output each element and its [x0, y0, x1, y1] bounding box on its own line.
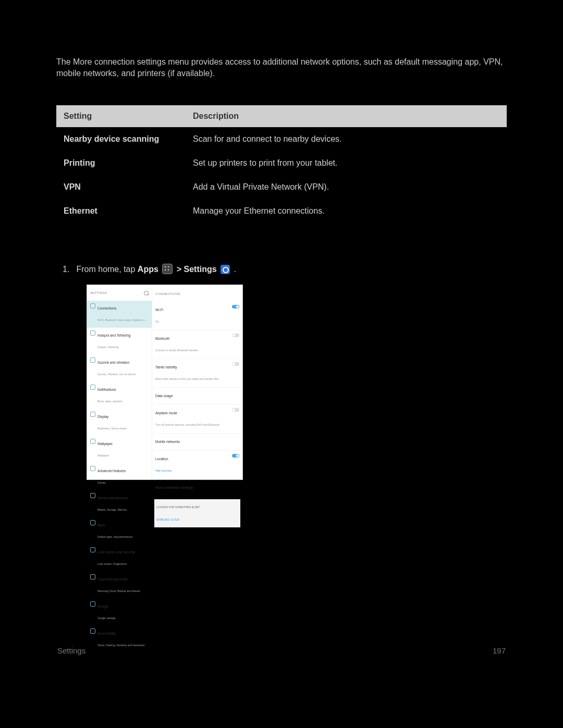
page-footer: Settings 197	[56, 645, 507, 657]
looking-for-link: SAMSUNG CLOUD	[156, 514, 238, 525]
instruction-step: 1. From home, tap Apps > Settings .	[56, 264, 507, 275]
sidebar-item: Lock screen and securityLock screen, Fin…	[87, 545, 152, 572]
shot-content: CONNECTIONS Wi-FiOnBluetoothConnect to n…	[152, 285, 242, 479]
table-header-row: Setting Description	[56, 105, 507, 127]
setting-desc: Scan for and connect to nearby devices.	[186, 127, 507, 151]
sidebar-item-icon	[90, 330, 95, 336]
connection-row: Wi-FiOn	[154, 302, 240, 330]
sidebar-item-icon	[90, 466, 95, 471]
sidebar-item-icon	[90, 547, 95, 552]
step-number: 1.	[63, 264, 74, 275]
step-settings-label: Settings	[184, 265, 217, 274]
sidebar-item: Device maintenanceBattery, Storage, Memo…	[87, 490, 152, 517]
shot-left-title: SETTINGS	[90, 287, 107, 299]
toggle-icon	[232, 362, 239, 366]
sidebar-item-icon	[90, 439, 95, 444]
connection-row: Tablet visibilityAllow other devices to …	[154, 359, 240, 387]
shot-sidebar: SETTINGS ConnectionsWi-Fi, Bluetooth, Da…	[87, 285, 152, 479]
footer-page-number: 197	[493, 645, 506, 657]
toggle-icon	[232, 454, 239, 458]
sidebar-item-icon	[90, 628, 95, 634]
sidebar-item: Sounds and vibrationSounds, Vibration, D…	[87, 355, 152, 382]
sidebar-item: WallpaperWallpaper	[87, 436, 152, 463]
setting-name: Printing	[56, 151, 186, 175]
setting-desc: Add a Virtual Private Network (VPN).	[186, 175, 507, 199]
intro-paragraph: The More connection settings menu provid…	[56, 56, 507, 79]
connection-row: LocationHigh accuracy	[154, 450, 240, 479]
sidebar-item: DisplayBrightness, Home screen	[87, 409, 152, 436]
sidebar-item: Advanced featuresGames	[87, 463, 152, 490]
shot-sidebar-header: SETTINGS	[87, 285, 152, 301]
sidebar-item: GoogleGoogle settings	[87, 599, 152, 626]
sidebar-item-icon	[90, 385, 95, 390]
settings-table: Setting Description Nearby device scanni…	[56, 105, 507, 223]
sidebar-item: Hotspot and TetheringHotspot, Tethering	[87, 328, 152, 355]
sidebar-item: ConnectionsWi-Fi, Bluetooth, Data usage,…	[87, 301, 152, 328]
sidebar-item-icon	[90, 601, 95, 607]
sidebar-item: Cloud and accountsSamsung Cloud, Backup …	[87, 572, 152, 599]
setting-name: Ethernet	[56, 199, 186, 223]
table-row: Ethernet Manage your Ethernet connection…	[56, 199, 507, 223]
sidebar-item-icon	[90, 574, 95, 579]
connection-row: Mobile networks	[154, 433, 240, 450]
footer-section: Settings	[57, 645, 85, 657]
setting-desc: Manage your Ethernet connections.	[186, 199, 507, 223]
th-description: Description	[186, 105, 507, 127]
sidebar-item-icon	[90, 520, 95, 525]
table-row: VPN Add a Virtual Private Network (VPN).	[56, 175, 507, 199]
sidebar-item: AppsDefault apps, App permissions	[87, 517, 152, 545]
sidebar-item-icon	[90, 493, 95, 498]
toggle-icon	[232, 334, 239, 337]
toggle-icon	[232, 408, 239, 412]
connection-row: More connection settings	[154, 479, 240, 496]
table-row: Nearby device scanning Scan for and conn…	[56, 127, 507, 151]
th-setting: Setting	[56, 105, 186, 127]
looking-for-box: LOOKING FOR SOMETHING ELSE? SAMSUNG CLOU…	[154, 499, 240, 527]
setting-name: Nearby device scanning	[56, 127, 186, 151]
apps-icon	[162, 264, 173, 274]
toggle-icon	[232, 305, 239, 309]
table-row: Printing Set up printers to print from y…	[56, 151, 507, 175]
step-text-pre: From home, tap	[76, 265, 137, 274]
connection-row: Data usage	[154, 387, 240, 404]
setting-desc: Set up printers to print from your table…	[186, 151, 507, 175]
step-apps-label: Apps	[138, 265, 158, 274]
step-text-post: .	[234, 265, 236, 274]
sidebar-item-icon	[90, 357, 95, 363]
connection-row: Airplane modeTurn off network features, …	[154, 404, 240, 433]
shot-right-title: CONNECTIONS	[154, 287, 240, 302]
sidebar-item: NotificationsBlock, allow, prioritize	[87, 382, 152, 409]
embedded-screenshot: SETTINGS ConnectionsWi-Fi, Bluetooth, Da…	[87, 285, 243, 480]
sidebar-item-icon	[90, 303, 95, 309]
connection-row: BluetoothConnect to nearby Bluetooth dev…	[154, 330, 240, 359]
step-sep: >	[177, 265, 184, 274]
sidebar-item-icon	[90, 412, 95, 417]
search-icon	[144, 291, 149, 295]
settings-gear-icon	[221, 265, 230, 274]
setting-name: VPN	[56, 175, 186, 199]
looking-for-title: LOOKING FOR SOMETHING ELSE?	[156, 501, 238, 513]
